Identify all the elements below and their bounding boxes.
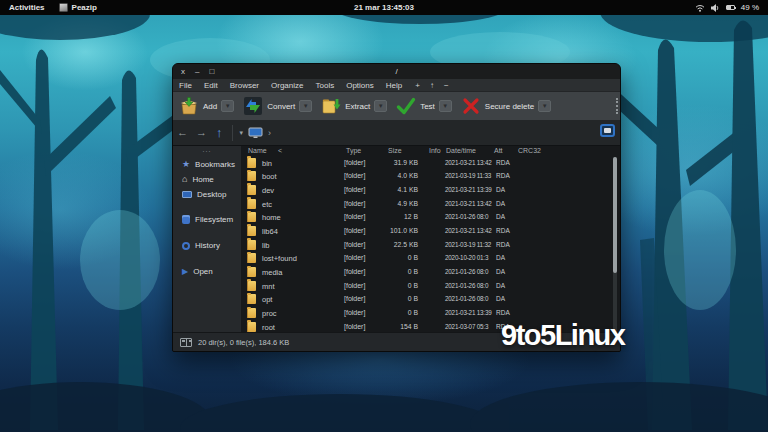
secure-delete-dropdown[interactable]: ▼	[538, 100, 551, 112]
up-button[interactable]: ↑	[211, 125, 228, 140]
forward-button[interactable]: →	[192, 127, 211, 138]
test-icon	[396, 96, 416, 116]
file-attributes: DA	[496, 254, 505, 261]
convert-dropdown[interactable]: ▼	[299, 100, 312, 112]
file-list: bin [folder] 31.9 KB 2021-03-21 13:42 RD…	[241, 156, 620, 332]
file-size: 12 B	[361, 213, 418, 220]
table-row[interactable]: lib64 [folder] 101.0 KB 2021-03-21 13:42…	[241, 224, 620, 238]
dual-pane-icon[interactable]	[180, 338, 192, 347]
file-size: 0 B	[361, 295, 418, 302]
file-name: media	[262, 268, 282, 277]
sidebar-handle[interactable]: ...	[173, 147, 241, 153]
file-date: 2021-03-21 13:42	[445, 227, 492, 234]
file-name: boot	[262, 172, 277, 181]
toolbar-grid-icon[interactable]	[616, 98, 621, 114]
folder-icon	[247, 308, 256, 318]
table-row[interactable]: dev [folder] 4.1 KB 2021-03-21 13:39 DA	[241, 183, 620, 197]
menu-extra-button[interactable]: −	[439, 79, 454, 92]
add-archive-icon	[179, 96, 199, 116]
address-dropdown-icon[interactable]: ▾	[237, 129, 247, 137]
file-size: 4.0 KB	[361, 172, 418, 179]
extract-icon	[321, 96, 341, 116]
scrollbar-thumb[interactable]	[613, 157, 617, 273]
file-date: 2021-01-26 08:0	[445, 213, 488, 220]
back-button[interactable]: ←	[173, 127, 192, 138]
add-button[interactable]: Add ▼	[179, 96, 234, 116]
file-size: 0 B	[361, 254, 418, 261]
table-row[interactable]: boot [folder] 4.0 KB 2021-03-19 11:33 RD…	[241, 170, 620, 184]
header-size[interactable]: Size	[388, 147, 402, 154]
file-size: 0 B	[361, 282, 418, 289]
secure-delete-button[interactable]: Secure delete ▼	[461, 96, 551, 116]
desktop-icon	[182, 191, 192, 198]
table-row[interactable]: lib [folder] 22.5 KB 2021-03-19 11:32 RD…	[241, 238, 620, 252]
menu-item[interactable]: Organize	[265, 79, 309, 92]
menu-items: FileEditBrowserOrganizeToolsOptionsHelp	[173, 79, 408, 92]
clock[interactable]: 21 mar 13:45:03	[0, 3, 768, 12]
system-tray[interactable]: 49 %	[695, 3, 768, 12]
file-date: 2021-01-26 08:0	[445, 268, 488, 275]
folder-icon	[247, 240, 256, 250]
file-date: 2021-03-19 11:32	[445, 241, 491, 248]
menu-extra-button[interactable]: +	[410, 79, 425, 92]
sidebar-item-open[interactable]: ▶ Open	[173, 264, 241, 279]
sidebar-item-filesystem[interactable]: Filesystem	[173, 212, 241, 227]
sidebar-item-bookmarks[interactable]: ★ Bookmarks	[173, 157, 241, 172]
breadcrumb[interactable]: ›	[265, 128, 274, 138]
test-dropdown[interactable]: ▼	[439, 100, 452, 112]
activities-button[interactable]: Activities	[9, 3, 45, 12]
file-attributes: RDA	[496, 159, 510, 166]
table-row[interactable]: etc [folder] 4.9 KB 2021-03-21 13:42 DA	[241, 197, 620, 211]
folder-icon	[247, 267, 256, 277]
sidebar-item-history[interactable]: History	[173, 238, 241, 253]
scrollbar[interactable]	[613, 157, 617, 332]
sort-indicator-icon: <	[278, 147, 282, 154]
menu-extra-button[interactable]: ↑	[425, 79, 439, 92]
convert-button[interactable]: Convert ▼	[243, 96, 312, 116]
file-date: 2021-03-19 11:33	[445, 172, 491, 179]
menu-item[interactable]: Options	[340, 79, 380, 92]
file-attributes: RDA	[496, 172, 510, 179]
extract-button[interactable]: Extract ▼	[321, 96, 387, 116]
table-row[interactable]: home [folder] 12 B 2021-01-26 08:0 DA	[241, 211, 620, 225]
header-name[interactable]: Name	[248, 147, 267, 154]
window-title: /	[173, 67, 620, 76]
file-name: lib64	[262, 227, 278, 236]
table-row[interactable]: opt [folder] 0 B 2021-01-26 08:0 DA	[241, 293, 620, 307]
sidebar-item-desktop[interactable]: Desktop	[173, 187, 241, 202]
extract-dropdown[interactable]: ▼	[374, 100, 387, 112]
history-icon	[182, 242, 190, 250]
battery-icon	[726, 5, 735, 10]
table-row[interactable]: bin [folder] 31.9 KB 2021-03-21 13:42 RD…	[241, 156, 620, 170]
file-name: dev	[262, 186, 274, 195]
file-name: lib	[262, 241, 270, 250]
computer-icon[interactable]	[248, 127, 263, 139]
header-att[interactable]: Att	[494, 147, 503, 154]
open-icon: ▶	[182, 268, 188, 276]
menu-extra-buttons: +↑−	[410, 79, 453, 92]
header-info[interactable]: Info	[429, 147, 441, 154]
menu-item[interactable]: Help	[380, 79, 408, 92]
menu-item[interactable]: Browser	[224, 79, 265, 92]
menu-item[interactable]: Tools	[310, 79, 341, 92]
header-type[interactable]: Type	[346, 147, 361, 154]
file-date: 2020-10-20 01:3	[445, 254, 488, 261]
table-row[interactable]: lost+found [folder] 0 B 2020-10-20 01:3 …	[241, 252, 620, 266]
app-menu[interactable]: Peazip	[59, 3, 97, 12]
table-row[interactable]: media [folder] 0 B 2021-01-26 08:0 DA	[241, 266, 620, 280]
header-crc32[interactable]: CRC32	[518, 147, 541, 154]
sidebar: ... ★ Bookmarks ⌂ Home Desktop Filesyste…	[173, 146, 241, 332]
divider	[232, 125, 233, 141]
watermark: 9to5Linux	[501, 319, 624, 352]
sidebar-item-home[interactable]: ⌂ Home	[173, 172, 241, 187]
table-row[interactable]: mnt [folder] 0 B 2021-01-26 08:0 DA	[241, 279, 620, 293]
menu-item[interactable]: File	[173, 79, 198, 92]
window-titlebar[interactable]: / x – □	[173, 64, 620, 79]
style-tool-icon[interactable]	[600, 124, 615, 137]
menu-item[interactable]: Edit	[198, 79, 224, 92]
file-name: bin	[262, 159, 272, 168]
file-attributes: DA	[496, 268, 505, 275]
add-dropdown[interactable]: ▼	[221, 100, 234, 112]
header-date[interactable]: Date/time	[446, 147, 476, 154]
test-button[interactable]: Test ▼	[396, 96, 452, 116]
